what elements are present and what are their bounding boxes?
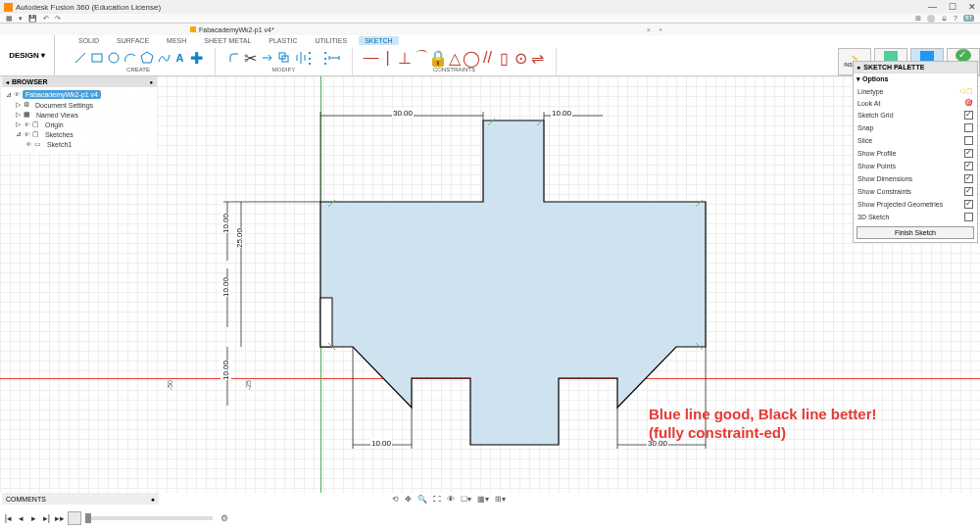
minimize-button[interactable]: — xyxy=(928,2,937,12)
tree-root[interactable]: ⊿👁FabacademyWk2-p1 v4 xyxy=(6,89,157,100)
tree-node[interactable]: ⊿👁▢ Sketches xyxy=(6,129,157,139)
fit-icon[interactable]: ⛶ xyxy=(433,495,441,504)
spline-tool-icon[interactable] xyxy=(156,51,171,66)
orbit-icon[interactable]: ⟲ xyxy=(392,495,399,504)
symmetric-constraint-icon[interactable]: ⇌ xyxy=(530,51,545,66)
tangent-constraint-icon[interactable]: ⌒ xyxy=(414,51,428,66)
tab-plastic[interactable]: PLASTIC xyxy=(263,37,303,44)
tab-mesh[interactable]: MESH xyxy=(161,37,192,44)
midpoint-constraint-icon[interactable]: ▯ xyxy=(497,51,512,66)
status-icon[interactable] xyxy=(927,15,935,23)
tl-next-button[interactable]: ▸| xyxy=(42,513,51,523)
tab-surface[interactable]: SURFACE xyxy=(111,37,155,44)
arc-tool-icon[interactable] xyxy=(122,51,137,66)
timeline-track[interactable] xyxy=(85,516,213,520)
fillet-tool-icon[interactable] xyxy=(226,51,241,66)
finish-sketch-palette-button[interactable]: Finish Sketch xyxy=(857,226,974,239)
tab-sheetmetal[interactable]: SHEET METAL xyxy=(198,37,257,44)
polygon-tool-icon[interactable] xyxy=(139,51,154,66)
grid-icon[interactable]: ▦▾ xyxy=(477,495,489,504)
checkbox[interactable] xyxy=(964,200,973,209)
vert-constraint-icon[interactable]: | xyxy=(380,51,395,66)
offset-tool-icon[interactable] xyxy=(276,51,291,66)
timeline-feature[interactable] xyxy=(68,511,81,525)
viewport-icon[interactable]: ⊞▾ xyxy=(495,495,506,504)
close-tab-button[interactable]: × xyxy=(643,26,655,33)
svg-rect-4 xyxy=(320,298,332,347)
extend-tool-icon[interactable] xyxy=(260,51,274,66)
rect-tool-icon[interactable] xyxy=(89,51,104,66)
comments-panel[interactable]: COMMENTS ● xyxy=(2,493,159,505)
tab-sketch[interactable]: SKETCH xyxy=(359,36,398,45)
pattern-tool-icon[interactable]: ⋮⋮ xyxy=(310,51,324,66)
folder-icon: ▢ xyxy=(32,130,39,138)
document-tab[interactable]: FabacademyWk2-p1 v4* xyxy=(190,26,274,33)
redo-icon[interactable]: ↷ xyxy=(55,15,61,23)
palette-header[interactable]: ● SKETCH PALETTE xyxy=(854,62,977,72)
tree-node[interactable]: ▷⚙ Document Settings xyxy=(6,100,157,110)
linetype-swatches[interactable]: ◁ ▢ xyxy=(959,87,973,95)
browser-header[interactable]: ◂ BROWSER ● xyxy=(2,76,157,87)
dimension-left-h3[interactable]: 10.00 xyxy=(220,277,231,297)
tl-end-button[interactable]: ▸▸ xyxy=(55,513,64,523)
text-tool-icon[interactable]: A xyxy=(172,51,187,66)
menu-caret-icon[interactable]: ▾ xyxy=(19,15,23,23)
workspace-switcher[interactable]: DESIGN▾ xyxy=(0,35,55,75)
checkbox[interactable] xyxy=(964,162,973,170)
look-icon[interactable]: 👁 xyxy=(447,495,455,504)
pan-icon[interactable]: ✥ xyxy=(405,495,412,504)
palette-row: Slice xyxy=(854,134,977,147)
notification-icon[interactable]: 🕭 xyxy=(941,15,948,22)
dimension-left-h2[interactable]: 25.00 xyxy=(234,228,245,248)
trim-tool-icon[interactable]: ✂ xyxy=(243,51,258,66)
circle-tool-icon[interactable] xyxy=(106,51,121,66)
tl-start-button[interactable]: |◂ xyxy=(4,513,13,523)
undo-icon[interactable]: ↶ xyxy=(43,15,49,23)
zoom-icon[interactable]: 🔍 xyxy=(417,495,427,504)
lookat-button[interactable]: 🎯 xyxy=(964,99,973,107)
checkbox[interactable] xyxy=(964,136,973,145)
timeline-settings-icon[interactable]: ⚙ xyxy=(220,513,228,523)
tree-node-sketch[interactable]: 👁▭ Sketch1 xyxy=(6,139,157,149)
tab-solid[interactable]: SOLID xyxy=(73,37,105,44)
palette-section-options[interactable]: ▾ Options xyxy=(854,72,977,85)
concentric-constraint-icon[interactable]: ⊙ xyxy=(514,51,528,66)
app-icon xyxy=(4,3,13,12)
timeline-thumb[interactable] xyxy=(85,513,91,523)
checkbox[interactable] xyxy=(964,123,973,132)
dimension-left-h1[interactable]: 10.00 xyxy=(220,214,231,233)
dimension-bottom-left[interactable]: 10.00 xyxy=(370,439,392,448)
dimension-top-width[interactable]: 30.00 xyxy=(392,109,414,118)
grid-icon[interactable]: ▦ xyxy=(6,15,13,23)
parallel-constraint-icon[interactable]: ◯ xyxy=(464,51,478,66)
line-tool-icon[interactable] xyxy=(73,51,87,66)
perpendicular-constraint-icon[interactable]: // xyxy=(480,51,495,66)
tree-node[interactable]: ▷👁▢ Origin xyxy=(6,120,157,129)
fix-constraint-icon[interactable]: 🔒 xyxy=(430,51,445,66)
tl-play-button[interactable]: ▸ xyxy=(29,513,38,523)
equal-constraint-icon[interactable]: △ xyxy=(447,51,462,66)
checkbox[interactable] xyxy=(964,149,973,158)
horiz-constraint-icon[interactable]: — xyxy=(364,51,378,66)
tl-prev-button[interactable]: ◂ xyxy=(17,513,25,523)
dimension-left-h4[interactable]: 10.00 xyxy=(220,361,231,380)
point-tool-icon[interactable]: ✚ xyxy=(189,51,204,66)
save-icon[interactable]: 💾 xyxy=(28,15,37,23)
ext-icon[interactable]: ⊞ xyxy=(915,15,921,23)
checkbox[interactable] xyxy=(964,187,973,196)
close-button[interactable]: ✕ xyxy=(968,2,976,12)
dimension-top-tab[interactable]: 10.00 xyxy=(551,109,572,118)
user-badge[interactable]: BT xyxy=(963,15,974,22)
checkbox[interactable] xyxy=(964,213,973,221)
tree-node[interactable]: ▷▦ Named Views xyxy=(6,110,157,120)
help-icon[interactable]: ? xyxy=(954,15,957,22)
palette-row: Snap xyxy=(854,121,977,134)
display-icon[interactable]: ☐▾ xyxy=(461,495,471,504)
checkbox[interactable] xyxy=(964,111,973,120)
checkbox[interactable] xyxy=(964,174,973,183)
new-tab-button[interactable]: + xyxy=(655,26,666,33)
tab-utilities[interactable]: UTILITIES xyxy=(309,37,353,44)
maximize-button[interactable]: ☐ xyxy=(949,2,956,12)
dimension-tool-icon[interactable] xyxy=(326,51,341,66)
coincident-constraint-icon[interactable]: ⊥ xyxy=(397,51,412,66)
